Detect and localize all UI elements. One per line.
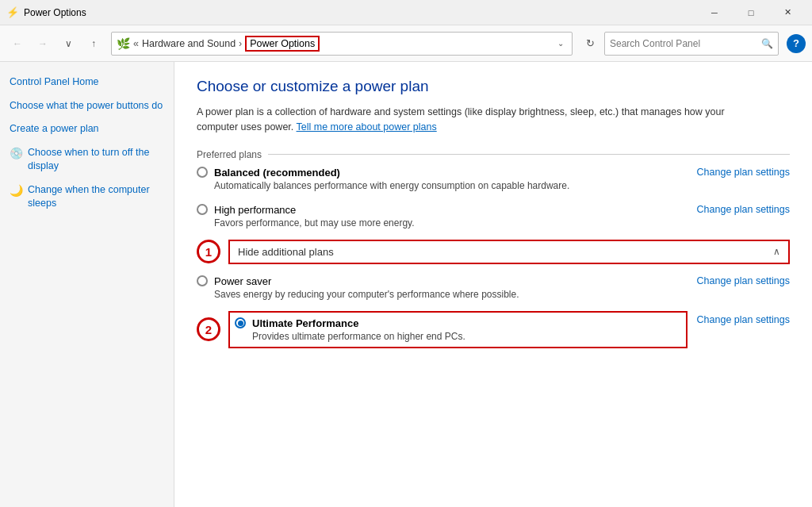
page-title: Choose or customize a power plan — [197, 78, 790, 95]
maximize-button[interactable]: □ — [733, 0, 769, 25]
search-input[interactable] — [610, 38, 761, 49]
plan-item-power-saver: Power saver Saves energy by reducing you… — [197, 274, 790, 302]
sidebar-item-power-buttons[interactable]: Choose what the power buttons do — [10, 99, 164, 113]
sidebar: Control Panel Home Choose what the power… — [0, 62, 174, 507]
search-icon[interactable]: 🔍 — [761, 38, 773, 49]
radio-ultimate-performance[interactable] — [235, 317, 246, 328]
change-plan-high-performance[interactable]: Change plan settings — [697, 204, 790, 215]
sidebar-link-text-create-plan: Create a power plan — [10, 122, 99, 136]
plan-name-ultimate: Ultimate Performance — [252, 317, 358, 329]
plan-left-balanced: Balanced (recommended) Automatically bal… — [197, 167, 569, 191]
forward-button[interactable]: → — [32, 33, 54, 55]
recent-button[interactable]: ∨ — [57, 33, 79, 55]
breadcrumb-current: Power Options — [245, 36, 320, 52]
change-plan-balanced[interactable]: Change plan settings — [697, 167, 790, 178]
breadcrumb-arrow: › — [239, 38, 242, 49]
sidebar-home-link[interactable]: Control Panel Home — [10, 75, 164, 90]
plan-left-power-saver: Power saver Saves energy by reducing you… — [197, 275, 519, 300]
plan-desc-balanced: Automatically balances performance with … — [214, 180, 569, 191]
breadcrumb-bar: 🌿 « Hardware and Sound › Power Options ⌄ — [111, 32, 573, 56]
refresh-button[interactable]: ↻ — [579, 33, 601, 55]
hide-plans-chevron: ∧ — [773, 246, 780, 257]
search-bar: 🔍 — [604, 32, 779, 56]
sidebar-item-create-plan[interactable]: Create a power plan — [10, 122, 164, 136]
titlebar: ⚡ Power Options ─ □ ✕ — [0, 0, 812, 25]
titlebar-controls: ─ □ ✕ — [696, 0, 806, 25]
breadcrumb-folder-icon: 🌿 — [117, 37, 130, 50]
plan-item-ultimate-wrapper: 2 Ultimate Performance Provides ultimate… — [228, 311, 790, 348]
plan-desc-ultimate: Provides ultimate performance on higher … — [252, 331, 678, 342]
main-layout: Control Panel Home Choose what the power… — [0, 62, 812, 507]
ultimate-box: Ultimate Performance Provides ultimate p… — [228, 311, 688, 348]
close-button[interactable]: ✕ — [769, 0, 806, 25]
plan-desc-high-performance: Favors performance, but may use more ene… — [214, 217, 415, 229]
sidebar-item-sleep[interactable]: 🌙 Change when the computer sleeps — [10, 183, 164, 211]
breadcrumb-parent-link[interactable]: Hardware and Sound — [142, 38, 236, 49]
addressbar: ← → ∨ ↑ 🌿 « Hardware and Sound › Power O… — [0, 25, 812, 62]
content-area: Choose or customize a power plan A power… — [174, 62, 812, 507]
minimize-button[interactable]: ─ — [696, 0, 733, 25]
help-button[interactable]: ? — [787, 34, 806, 53]
plan-item-high-performance: High performance Favors performance, but… — [197, 202, 790, 230]
sidebar-link-text-sleep: Change when the computer sleeps — [28, 183, 164, 211]
plan-left-high-performance: High performance Favors performance, but… — [197, 204, 415, 229]
annotation-2: 2 — [197, 317, 220, 341]
titlebar-icon: ⚡ — [6, 6, 19, 19]
radio-high-performance[interactable] — [197, 204, 208, 215]
additional-plans-section: Power saver Saves energy by reducing you… — [197, 274, 790, 348]
annotation-1: 1 — [197, 240, 220, 263]
breadcrumb-dropdown-button[interactable]: ⌄ — [554, 39, 567, 48]
preferred-plans-label: Preferred plans — [197, 149, 790, 160]
plan-radio-row-high-performance: High performance — [197, 204, 415, 216]
desc-text: A power plan is a collection of hardware… — [197, 106, 725, 133]
learn-more-link[interactable]: Tell me more about power plans — [297, 121, 437, 133]
plan-name-power-saver: Power saver — [214, 275, 271, 287]
plan-item-balanced: Balanced (recommended) Automatically bal… — [197, 165, 790, 193]
change-plan-ultimate[interactable]: Change plan settings — [697, 314, 790, 325]
titlebar-title: Power Options — [24, 7, 696, 18]
sleep-icon: 🌙 — [10, 184, 23, 197]
radio-balanced[interactable] — [197, 167, 208, 178]
plan-radio-row-power-saver: Power saver — [197, 275, 519, 287]
page-description: A power plan is a collection of hardware… — [197, 105, 752, 135]
sidebar-item-display-off[interactable]: 💿 Choose when to turn off the display — [10, 146, 164, 174]
sidebar-link-text-power-buttons: Choose what the power buttons do — [10, 99, 163, 113]
plan-radio-row-ultimate: Ultimate Performance — [235, 317, 678, 329]
hide-plans-wrapper: 1 Hide additional plans ∧ — [228, 240, 790, 264]
back-button[interactable]: ← — [6, 33, 29, 55]
hide-plans-bar[interactable]: Hide additional plans ∧ — [228, 240, 790, 264]
radio-power-saver[interactable] — [197, 275, 208, 286]
sidebar-link-text-display-off: Choose when to turn off the display — [28, 146, 164, 174]
plan-desc-power-saver: Saves energy by reducing your computer's… — [214, 289, 519, 300]
breadcrumb-sep1: « — [133, 38, 139, 49]
change-plan-power-saver[interactable]: Change plan settings — [697, 275, 790, 286]
hide-plans-text: Hide additional plans — [238, 246, 334, 258]
up-button[interactable]: ↑ — [82, 33, 105, 55]
display-icon: 💿 — [10, 147, 23, 159]
plan-name-balanced: Balanced (recommended) — [214, 167, 340, 179]
plan-radio-row-balanced: Balanced (recommended) — [197, 167, 569, 179]
plan-name-high-performance: High performance — [214, 204, 296, 216]
